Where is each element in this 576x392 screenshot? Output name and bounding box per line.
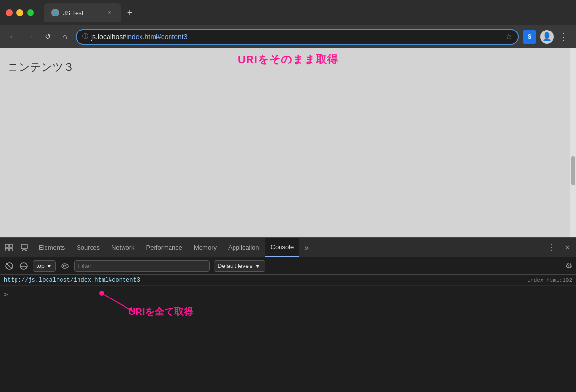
svg-rect-4 [21, 244, 27, 249]
back-button[interactable]: ← [6, 30, 19, 44]
devtools-settings-button[interactable]: ⋮ [545, 241, 559, 254]
address-path: /index.html#content3 [125, 33, 187, 41]
eye-filter-icon[interactable] [60, 261, 70, 271]
svg-point-13 [63, 265, 66, 267]
tab-memory[interactable]: Memory [188, 238, 222, 257]
svg-rect-0 [5, 244, 8, 247]
page-content: URIをそのまま取得 コンテンツ３ [0, 48, 576, 237]
bookmark-star-icon[interactable]: ☆ [505, 32, 512, 41]
svg-rect-1 [5, 248, 8, 251]
close-button[interactable] [6, 9, 13, 16]
devtools-close-button[interactable]: × [560, 241, 574, 254]
device-toolbar-icon[interactable] [17, 241, 31, 254]
title-bar: 🌐 JS Test × + [0, 0, 576, 25]
tab-console[interactable]: Console [265, 238, 300, 257]
clear-console-button[interactable] [4, 261, 15, 271]
annotation-area: > URIを全て取得 [0, 286, 576, 325]
forward-button[interactable]: → [23, 30, 37, 44]
scrollbar[interactable] [570, 48, 576, 237]
block-requests-button[interactable] [18, 261, 29, 271]
browser-menu-button[interactable]: ⋮ [558, 30, 570, 44]
log-levels-arrow: ▼ [255, 263, 261, 269]
context-label: top [36, 263, 45, 269]
tab-performance[interactable]: Performance [140, 238, 188, 257]
tab-title: JS Test [63, 9, 102, 16]
tab-close-button[interactable]: × [106, 9, 113, 16]
log-levels-label: Default levels [218, 263, 253, 269]
minimize-button[interactable] [16, 9, 23, 16]
maximize-button[interactable] [27, 9, 34, 16]
extension-button[interactable]: S [523, 30, 536, 44]
devtools-tab-bar: Elements Sources Network Performance Mem… [0, 238, 576, 257]
context-dropdown-arrow: ▼ [47, 263, 52, 269]
tab-application[interactable]: Application [222, 238, 265, 257]
devtools-actions: ⋮ × [545, 241, 574, 254]
console-prompt: > [4, 290, 8, 298]
address-base: js.localhost [91, 33, 125, 41]
svg-rect-3 [9, 248, 12, 251]
tab-elements[interactable]: Elements [33, 238, 71, 257]
filter-input[interactable] [74, 260, 210, 272]
address-security-icon: ⓘ [82, 32, 88, 41]
more-tabs-button[interactable]: » [300, 240, 312, 255]
reload-button[interactable]: ↺ [41, 30, 54, 44]
address-bar[interactable]: ⓘ js.localhost/index.html#content3 ☆ [76, 29, 519, 45]
console-file-ref: index.html:102 [528, 277, 572, 283]
console-settings-icon[interactable]: ⚙ [565, 261, 572, 270]
scrollbar-thumb[interactable] [571, 156, 575, 185]
console-toolbar: top ▼ Default levels ▼ ⚙ [0, 257, 576, 275]
annotation-bottom-text: URIを全て取得 [128, 305, 193, 318]
new-tab-button[interactable]: + [123, 6, 137, 19]
svg-point-12 [62, 264, 68, 268]
profile-button[interactable]: 👤 [540, 30, 554, 44]
svg-point-14 [99, 291, 104, 296]
svg-line-9 [6, 263, 12, 269]
navigation-bar: ← → ↺ ⌂ ⓘ js.localhost/index.html#conten… [0, 25, 576, 48]
svg-line-15 [104, 295, 131, 310]
page-annotation-top: URIをそのまま取得 [0, 48, 576, 67]
tab-bar: 🌐 JS Test × + [44, 3, 570, 22]
console-output: http://js.localhost/index.html#content3 … [0, 275, 576, 363]
browser-tab[interactable]: 🌐 JS Test × [44, 3, 121, 22]
inspect-element-icon[interactable] [2, 241, 16, 254]
svg-rect-2 [9, 244, 12, 247]
tab-sources[interactable]: Sources [71, 238, 106, 257]
console-log-line: http://js.localhost/index.html#content3 … [0, 275, 576, 286]
console-url-value: http://js.localhost/index.html#content3 [4, 277, 528, 283]
log-levels-selector[interactable]: Default levels ▼ [214, 260, 265, 272]
context-selector[interactable]: top ▼ [33, 260, 56, 272]
tab-network[interactable]: Network [106, 238, 140, 257]
home-button[interactable]: ⌂ [58, 30, 72, 44]
svg-rect-5 [23, 250, 26, 251]
devtools-panel: Elements Sources Network Performance Mem… [0, 237, 576, 363]
tab-favicon: 🌐 [51, 9, 59, 16]
window-controls [6, 9, 34, 16]
address-text: js.localhost/index.html#content3 [91, 33, 502, 41]
